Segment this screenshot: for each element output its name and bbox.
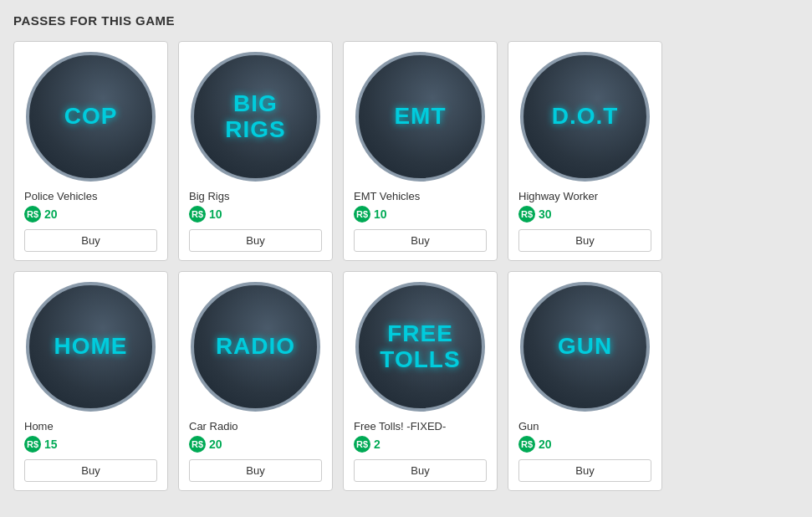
- pass-circle-label-emt: EMT: [391, 100, 449, 133]
- pass-circle-big-rigs: BIGRIGS: [191, 52, 320, 182]
- pass-card-big-rigs: BIGRIGS Big Rigs R$ 10 Buy: [178, 41, 333, 261]
- pass-name-radio: Car Radio: [189, 420, 238, 433]
- pass-circle-home: HOME: [26, 282, 156, 412]
- pass-price-dot: R$ 30: [518, 206, 552, 223]
- pass-card-home: HOME Home R$ 15 Buy: [13, 271, 168, 491]
- price-value-dot: 30: [539, 207, 552, 221]
- pass-circle-gun: GUN: [520, 282, 650, 412]
- pass-card-free-tolls: FREETOLLS Free Tolls! -FIXED- R$ 2 Buy: [343, 271, 498, 491]
- pass-circle-label-radio: RADIO: [212, 330, 299, 363]
- pass-circle-emt: EMT: [355, 52, 485, 182]
- pass-price-big-rigs: R$ 10: [189, 206, 222, 223]
- pass-price-emt: R$ 10: [354, 206, 387, 223]
- buy-button-radio[interactable]: Buy: [189, 459, 322, 482]
- pass-name-gun: Gun: [518, 420, 539, 433]
- pass-icon-home: HOME: [26, 282, 156, 412]
- pass-circle-label-free-tolls: FREETOLLS: [376, 318, 463, 376]
- pass-icon-free-tolls: FREETOLLS: [355, 282, 485, 412]
- pass-card-dot: D.O.T Highway Worker R$ 30 Buy: [508, 41, 662, 261]
- pass-icon-dot: D.O.T: [520, 52, 650, 182]
- pass-price-gun: R$ 20: [518, 436, 552, 453]
- pass-price-free-tolls: R$ 2: [354, 436, 380, 453]
- pass-circle-label-gun: GUN: [554, 330, 615, 363]
- robux-icon-free-tolls: R$: [354, 436, 370, 453]
- robux-icon-radio: R$: [189, 436, 206, 453]
- buy-button-home[interactable]: Buy: [24, 459, 157, 482]
- buy-button-free-tolls[interactable]: Buy: [354, 459, 487, 482]
- pass-circle-free-tolls: FREETOLLS: [355, 282, 485, 412]
- pass-card-gun: GUN Gun R$ 20 Buy: [508, 271, 662, 491]
- buy-button-emt[interactable]: Buy: [354, 229, 487, 252]
- page-title: PASSES FOR THIS GAME: [13, 13, 799, 28]
- robux-icon-emt: R$: [354, 206, 370, 223]
- pass-price-home: R$ 15: [24, 436, 58, 453]
- pass-circle-label-big-rigs: BIGRIGS: [222, 88, 289, 146]
- buy-button-dot[interactable]: Buy: [518, 229, 651, 252]
- pass-name-free-tolls: Free Tolls! -FIXED-: [354, 420, 446, 433]
- price-value-cop: 20: [44, 207, 58, 221]
- price-value-free-tolls: 2: [374, 438, 380, 451]
- price-value-radio: 20: [209, 438, 222, 451]
- pass-price-radio: R$ 20: [189, 436, 222, 453]
- price-value-emt: 10: [374, 207, 387, 221]
- pass-icon-emt: EMT: [355, 52, 485, 182]
- pass-name-cop: Police Vehicles: [24, 190, 97, 202]
- pass-name-dot: Highway Worker: [518, 190, 598, 202]
- price-value-gun: 20: [539, 438, 552, 451]
- price-value-home: 15: [44, 438, 58, 451]
- robux-icon-big-rigs: R$: [189, 206, 206, 223]
- price-value-big-rigs: 10: [209, 207, 222, 221]
- pass-icon-big-rigs: BIGRIGS: [191, 52, 320, 182]
- pass-icon-cop: COP: [26, 52, 156, 182]
- pass-price-cop: R$ 20: [24, 206, 58, 223]
- pass-circle-label-dot: D.O.T: [549, 100, 622, 133]
- buy-button-big-rigs[interactable]: Buy: [189, 229, 322, 252]
- pass-name-big-rigs: Big Rigs: [189, 190, 229, 202]
- pass-circle-label-cop: COP: [61, 100, 121, 133]
- robux-icon-cop: R$: [24, 206, 41, 223]
- buy-button-cop[interactable]: Buy: [24, 229, 157, 252]
- robux-icon-gun: R$: [518, 436, 535, 453]
- pass-circle-label-home: HOME: [51, 330, 131, 363]
- pass-card-emt: EMT EMT Vehicles R$ 10 Buy: [343, 41, 498, 261]
- robux-icon-home: R$: [24, 436, 41, 453]
- pass-card-cop: COP Police Vehicles R$ 20 Buy: [13, 41, 168, 261]
- pass-circle-dot: D.O.T: [520, 52, 650, 182]
- pass-circle-radio: RADIO: [191, 282, 320, 412]
- pass-icon-radio: RADIO: [191, 282, 320, 412]
- pass-name-emt: EMT Vehicles: [354, 190, 420, 202]
- pass-name-home: Home: [24, 420, 54, 433]
- pass-circle-cop: COP: [26, 52, 156, 182]
- robux-icon-dot: R$: [518, 206, 535, 223]
- pass-icon-gun: GUN: [520, 282, 650, 412]
- pass-card-radio: RADIO Car Radio R$ 20 Buy: [178, 271, 333, 491]
- passes-grid: COP Police Vehicles R$ 20 Buy BIGRIGS Bi…: [13, 41, 799, 491]
- buy-button-gun[interactable]: Buy: [518, 459, 651, 482]
